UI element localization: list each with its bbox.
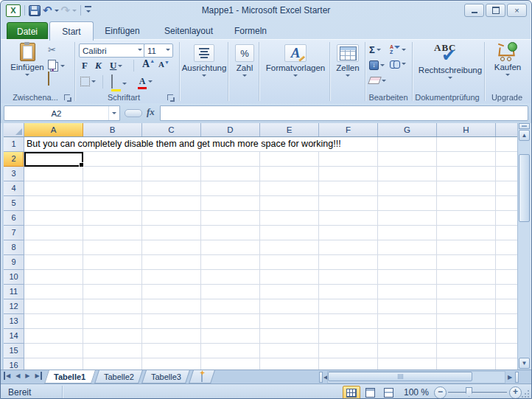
formula-bar-splitter[interactable]: [125, 109, 142, 117]
active-cell-selection[interactable]: [24, 152, 83, 167]
cell-styles-button[interactable]: A Formatvorlagen: [262, 44, 329, 79]
vertical-scroll-thumb[interactable]: [519, 154, 530, 222]
tab-formeln[interactable]: Formeln: [228, 22, 273, 39]
underline-button[interactable]: U: [110, 60, 122, 72]
row-header-7[interactable]: 7: [4, 226, 24, 240]
copy-button[interactable]: [48, 60, 65, 72]
row-header-10[interactable]: 10: [4, 270, 24, 285]
title-bar[interactable]: Mappe1 - Microsoft Excel Starter X ↶ ↷ ×: [1, 1, 531, 20]
resize-grip[interactable]: [520, 389, 529, 398]
sheet-tab-tabelle2[interactable]: Tabelle2: [94, 370, 143, 384]
italic-button[interactable]: K: [95, 60, 102, 72]
page-break-view-button[interactable]: [379, 386, 397, 399]
column-header-h[interactable]: H: [437, 123, 496, 137]
worksheet-grid[interactable]: But you can completely disable them and …: [24, 137, 517, 369]
row-header-15[interactable]: 15: [4, 344, 24, 358]
row-header-5[interactable]: 5: [4, 196, 24, 211]
fill-button[interactable]: ↓: [369, 60, 385, 70]
bold-button[interactable]: F: [82, 60, 88, 72]
spelling-button[interactable]: ABC ✔ Rechtschreibung: [418, 42, 483, 81]
row-header-12[interactable]: 12: [4, 299, 24, 314]
borders-button[interactable]: [80, 77, 96, 86]
close-button[interactable]: ×: [507, 4, 527, 17]
column-header-d[interactable]: D: [201, 123, 260, 137]
row-header-6[interactable]: 6: [4, 211, 24, 226]
number-button[interactable]: % Zahl: [231, 44, 259, 79]
minimize-button[interactable]: [464, 4, 484, 17]
shrink-font-button[interactable]: A▼: [158, 60, 169, 69]
horizontal-scrollbar[interactable]: [327, 371, 505, 384]
scroll-up-button[interactable]: ▲: [519, 130, 530, 141]
font-color-button[interactable]: A: [138, 74, 153, 89]
column-header-c[interactable]: C: [142, 123, 201, 137]
zoom-slider-track[interactable]: [448, 392, 507, 393]
vertical-scrollbar[interactable]: ▲ ▼: [517, 123, 530, 369]
excel-logo-icon[interactable]: X: [6, 4, 21, 17]
tab-datei[interactable]: Datei: [7, 22, 48, 41]
insert-function-button[interactable]: fx: [147, 106, 155, 118]
row-header-11[interactable]: 11: [4, 285, 24, 299]
insert-worksheet-tab[interactable]: [189, 370, 215, 384]
sort-filter-button[interactable]: AZ: [390, 44, 406, 55]
column-header-e[interactable]: E: [260, 123, 319, 137]
tab-split-handle[interactable]: [319, 372, 323, 383]
first-sheet-button[interactable]: ◀: [4, 372, 12, 380]
row-header-14[interactable]: 14: [4, 329, 24, 344]
normal-view-button[interactable]: [343, 386, 360, 399]
row-header-9[interactable]: 9: [4, 255, 24, 270]
row-header-4[interactable]: 4: [4, 181, 24, 196]
buy-button[interactable]: Kaufen: [489, 42, 527, 78]
autosum-button[interactable]: Σ: [369, 44, 381, 55]
undo-icon[interactable]: ↶: [43, 5, 52, 15]
cell-a1-text[interactable]: But you can completely disable them and …: [25, 137, 343, 151]
zoom-slider-thumb[interactable]: [466, 387, 472, 397]
sheet-tab-tabelle3[interactable]: Tabelle3: [141, 370, 190, 384]
cells-button[interactable]: Zellen: [332, 44, 363, 79]
page-layout-view-button[interactable]: [361, 386, 379, 399]
find-select-button[interactable]: [390, 60, 406, 67]
cut-button[interactable]: ✂: [48, 44, 56, 55]
zoom-out-button[interactable]: −: [434, 386, 447, 399]
name-box[interactable]: A2: [4, 105, 120, 121]
horizontal-scroll-thumb[interactable]: [328, 372, 472, 381]
zoom-level[interactable]: 100 %: [401, 387, 432, 398]
last-sheet-button[interactable]: ▶: [33, 372, 41, 380]
formula-input[interactable]: [160, 105, 528, 121]
paste-button[interactable]: Einfügen: [8, 43, 46, 78]
maximize-button[interactable]: [486, 4, 505, 17]
row-header-8[interactable]: 8: [4, 240, 24, 255]
name-box-dropdown[interactable]: [108, 106, 119, 120]
select-all-corner[interactable]: [4, 123, 24, 137]
alignment-button[interactable]: Ausrichtung: [182, 44, 226, 79]
tab-start[interactable]: Start: [49, 21, 94, 41]
tab-einfuegen[interactable]: Einfügen: [95, 22, 150, 39]
customize-qat-button[interactable]: [85, 6, 91, 15]
row-header-2[interactable]: 2: [4, 152, 24, 167]
font-dialog-launcher-icon[interactable]: [167, 94, 175, 102]
hscroll-split-handle[interactable]: [515, 372, 519, 383]
sheet-tab-tabelle1[interactable]: Tabelle1: [44, 370, 96, 384]
clipboard-dialog-launcher-icon[interactable]: [64, 94, 71, 102]
grow-font-button[interactable]: A▲: [142, 58, 155, 70]
row-header-3[interactable]: 3: [4, 167, 24, 181]
hscroll-right-button[interactable]: ▶: [508, 374, 512, 381]
column-header-a[interactable]: A: [24, 123, 83, 137]
column-header-f[interactable]: F: [319, 123, 378, 137]
clear-button[interactable]: [369, 77, 386, 84]
column-header-b[interactable]: B: [83, 123, 142, 137]
font-size-combo[interactable]: 11: [144, 44, 173, 58]
vertical-split-handle[interactable]: [519, 123, 530, 129]
undo-dropdown-icon[interactable]: [55, 10, 59, 14]
save-icon[interactable]: [29, 5, 41, 16]
row-header-16[interactable]: 16: [4, 358, 24, 369]
row-header-1[interactable]: 1: [4, 137, 24, 152]
fill-color-button[interactable]: [111, 75, 127, 91]
scroll-down-button[interactable]: ▼: [519, 358, 530, 369]
previous-sheet-button[interactable]: ◀: [14, 372, 21, 380]
format-painter-button[interactable]: [48, 72, 49, 86]
font-name-combo[interactable]: Calibri: [79, 44, 145, 58]
row-header-13[interactable]: 13: [4, 314, 24, 329]
tab-seitenlayout[interactable]: Seitenlayout: [153, 22, 225, 39]
column-header-g[interactable]: G: [378, 123, 437, 137]
next-sheet-button[interactable]: ▶: [24, 372, 31, 380]
